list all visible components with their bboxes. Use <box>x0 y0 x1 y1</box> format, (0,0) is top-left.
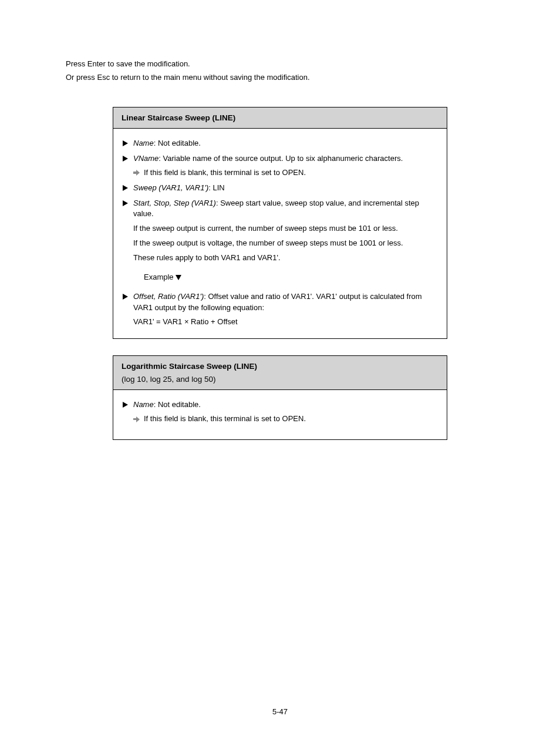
list-item: Start, Stop, Step (VAR1): Sweep start va… <box>123 198 437 220</box>
intro-line-1: Press Enter to save the modification. <box>53 59 507 70</box>
triangle-right-icon <box>123 139 133 150</box>
triangle-right-icon <box>123 292 133 303</box>
list-item: Sweep (VAR1, VAR1'): LIN <box>123 183 437 194</box>
box-linear-staircase: Linear Staircase Sweep (LINE) Name: Not … <box>113 107 447 340</box>
list-item: Offset, Ratio (VAR1'): Offset value and … <box>123 291 437 314</box>
box-title: Logarithmic Staircase Sweep (LINE) <box>122 362 257 371</box>
paragraph: These rules apply to both VAR1 and VAR1'… <box>133 253 437 264</box>
arrow-right-icon <box>133 168 144 179</box>
box-subtitle: (log 10, log 25, and log 50) <box>122 374 438 385</box>
intro-block: Press Enter to save the modification. Or… <box>53 59 507 83</box>
esc-button-label: Esc <box>97 73 110 82</box>
triangle-right-icon <box>123 183 133 194</box>
list-subitem: If this field is blank, this terminal is… <box>133 414 437 425</box>
list-item: Name: Not editable. <box>123 138 437 150</box>
paragraph: If the sweep output is current, the numb… <box>133 223 437 234</box>
paragraph: If the sweep output is voltage, the numb… <box>133 238 437 249</box>
box-header: Linear Staircase Sweep (LINE) <box>113 107 447 129</box>
example-heading: Example <box>144 272 437 283</box>
equation: VAR1' = VAR1 × Ratio + Offset <box>133 317 437 328</box>
list-item: VName: Variable name of the source outpu… <box>123 153 437 165</box>
list-subitem: If this field is blank, this terminal is… <box>133 167 437 179</box>
triangle-down-icon <box>176 275 181 280</box>
hyperlink-voltage[interactable]: voltage <box>207 238 232 247</box>
arrow-right-icon <box>133 414 144 425</box>
hyperlink-current[interactable]: current <box>207 224 231 233</box>
box-body: Name: Not editable. If this field is bla… <box>113 390 447 439</box>
enter-button-label: Enter <box>87 59 106 68</box>
triangle-right-icon <box>123 199 133 210</box>
intro-line-2: Or press Esc to return to the main menu … <box>53 72 507 83</box>
box-log-staircase: Logarithmic Staircase Sweep (LINE) (log … <box>113 355 447 440</box>
page-number: 5-47 <box>0 707 560 718</box>
list-item: Name: Not editable. <box>123 399 437 411</box>
triangle-right-icon <box>123 400 133 411</box>
box-header: Logarithmic Staircase Sweep (LINE) (log … <box>113 356 447 390</box>
triangle-right-icon <box>123 154 133 165</box>
box-body: Name: Not editable. VName: Variable name… <box>113 129 447 338</box>
box-title: Linear Staircase Sweep (LINE) <box>122 113 235 122</box>
